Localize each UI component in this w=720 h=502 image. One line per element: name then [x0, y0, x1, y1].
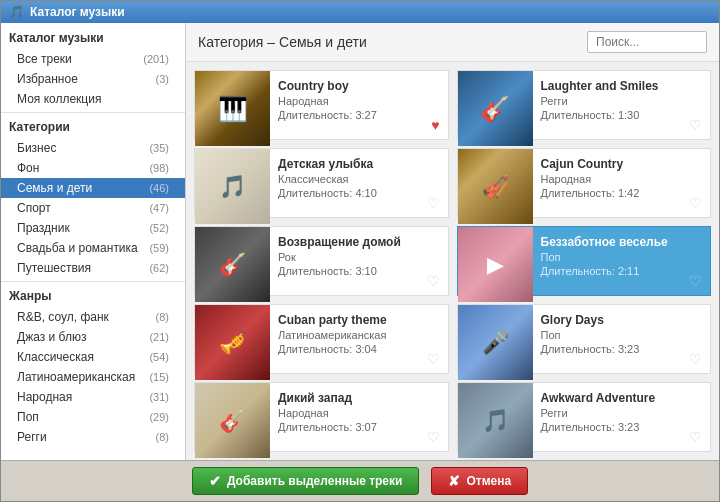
content-area: Каталог музыки Все треки (201) Избранное…	[1, 23, 719, 460]
track-thumbnail	[195, 71, 270, 146]
sidebar-item-count: (62)	[149, 262, 169, 274]
track-thumbnail	[458, 71, 533, 146]
sidebar-item-sport[interactable]: Спорт (47)	[1, 198, 185, 218]
track-duration: Длительность: 4:10	[278, 187, 440, 199]
track-card-return-home[interactable]: Возвращение домой Рок Длительность: 3:10…	[194, 226, 449, 296]
track-title: Cuban party theme	[278, 313, 440, 327]
track-duration: Длительность: 1:42	[541, 187, 703, 199]
sidebar-item-label: Семья и дети	[17, 181, 92, 195]
track-card-carefree[interactable]: Беззаботное веселье Поп Длительность: 2:…	[457, 226, 712, 296]
track-thumbnail	[195, 149, 270, 224]
track-genre: Поп	[541, 329, 703, 341]
track-card-glory-days[interactable]: Glory Days Поп Длительность: 3:23 ♡	[457, 304, 712, 374]
track-title: Дикий запад	[278, 391, 440, 405]
track-genre: Народная	[541, 173, 703, 185]
sidebar-item-label: Свадьба и романтика	[17, 241, 138, 255]
sidebar-item-latin[interactable]: Латиноамериканская (15)	[1, 367, 185, 387]
track-card-awkward-adventure[interactable]: Awkward Adventure Регги Длительность: 3:…	[457, 382, 712, 452]
favorite-icon[interactable]: ♡	[427, 429, 440, 445]
add-tracks-button[interactable]: ✔ Добавить выделенные треки	[192, 467, 420, 495]
sidebar-item-label: Все треки	[17, 52, 72, 66]
sidebar-item-count: (35)	[149, 142, 169, 154]
track-title: Беззаботное веселье	[541, 235, 703, 249]
sidebar-item-travel[interactable]: Путешествия (62)	[1, 258, 185, 278]
sidebar-item-wedding[interactable]: Свадьба и романтика (59)	[1, 238, 185, 258]
track-duration: Длительность: 3:23	[541, 343, 703, 355]
track-genre: Народная	[278, 407, 440, 419]
sidebar-item-label: R&B, соул, фанк	[17, 310, 109, 324]
favorite-icon[interactable]: ♡	[427, 273, 440, 289]
sidebar-item-count: (8)	[156, 431, 169, 443]
cancel-button[interactable]: ✘ Отмена	[431, 467, 528, 495]
track-info: Glory Days Поп Длительность: 3:23 ♡	[533, 305, 711, 373]
sidebar-item-rnb[interactable]: R&B, соул, фанк (8)	[1, 307, 185, 327]
sidebar-section-title-catalog: Каталог музыки	[1, 27, 185, 49]
sidebar-item-holiday[interactable]: Праздник (52)	[1, 218, 185, 238]
window-title-icon: 🎵	[9, 5, 24, 19]
main-header: Категория – Семья и дети	[186, 23, 719, 62]
favorite-icon[interactable]: ♡	[689, 429, 702, 445]
sidebar-item-jazz[interactable]: Джаз и блюз (21)	[1, 327, 185, 347]
checkmark-icon: ✔	[209, 473, 221, 489]
track-thumbnail	[195, 227, 270, 302]
track-duration: Длительность: 3:04	[278, 343, 440, 355]
sidebar-item-label: Бизнес	[17, 141, 56, 155]
sidebar-item-business[interactable]: Бизнес (35)	[1, 138, 185, 158]
sidebar-section-genres: Жанры R&B, соул, фанк (8) Джаз и блюз (2…	[1, 285, 185, 447]
sidebar-item-pop[interactable]: Поп (29)	[1, 407, 185, 427]
search-input[interactable]	[587, 31, 707, 53]
sidebar-item-count: (8)	[156, 311, 169, 323]
track-duration: Длительность: 1:30	[541, 109, 703, 121]
favorite-icon[interactable]: ♡	[689, 117, 702, 133]
sidebar-item-all-tracks[interactable]: Все треки (201)	[1, 49, 185, 69]
track-card-cajun-country[interactable]: Cajun Country Народная Длительность: 1:4…	[457, 148, 712, 218]
sidebar-item-classical[interactable]: Классическая (54)	[1, 347, 185, 367]
sidebar-item-label: Фон	[17, 161, 39, 175]
sidebar-item-favorites[interactable]: Избранное (3)	[1, 69, 185, 89]
sidebar-item-label: Народная	[17, 390, 72, 404]
sidebar-item-label: Поп	[17, 410, 39, 424]
sidebar-item-label: Классическая	[17, 350, 94, 364]
main-panel: Категория – Семья и дети Country boy Нар…	[186, 23, 719, 460]
sidebar-item-label: Джаз и блюз	[17, 330, 86, 344]
sidebar-item-my-collection[interactable]: Моя коллекция	[1, 89, 185, 109]
favorite-icon[interactable]: ♡	[689, 351, 702, 367]
sidebar-item-count: (21)	[149, 331, 169, 343]
sidebar-item-count: (15)	[149, 371, 169, 383]
track-card-wild-west[interactable]: Дикий запад Народная Длительность: 3:07 …	[194, 382, 449, 452]
track-title: Country boy	[278, 79, 440, 93]
track-genre: Регги	[541, 407, 703, 419]
category-label: Категория –	[198, 34, 275, 50]
track-card-laughter-smiles[interactable]: Laughter and Smiles Регги Длительность: …	[457, 70, 712, 140]
favorite-icon[interactable]: ♡	[689, 195, 702, 211]
track-card-child-smile[interactable]: Детская улыбка Классическая Длительность…	[194, 148, 449, 218]
favorite-icon[interactable]: ♡	[689, 273, 702, 289]
track-duration: Длительность: 3:27	[278, 109, 440, 121]
tracks-grid: Country boy Народная Длительность: 3:27 …	[186, 62, 719, 460]
track-info: Laughter and Smiles Регги Длительность: …	[533, 71, 711, 139]
track-card-country-boy[interactable]: Country boy Народная Длительность: 3:27 …	[194, 70, 449, 140]
favorite-icon[interactable]: ♥	[431, 117, 439, 133]
track-thumbnail	[458, 227, 533, 302]
track-title: Возвращение домой	[278, 235, 440, 249]
track-thumbnail	[458, 305, 533, 380]
category-name: Семья и дети	[279, 34, 367, 50]
favorite-icon[interactable]: ♡	[427, 195, 440, 211]
sidebar-item-count: (47)	[149, 202, 169, 214]
track-info: Возвращение домой Рок Длительность: 3:10…	[270, 227, 448, 295]
sidebar-item-count: (52)	[149, 222, 169, 234]
add-button-label: Добавить выделенные треки	[227, 474, 403, 488]
cancel-icon: ✘	[448, 473, 460, 489]
track-info: Awkward Adventure Регги Длительность: 3:…	[533, 383, 711, 451]
sidebar-item-folk[interactable]: Народная (31)	[1, 387, 185, 407]
favorite-icon[interactable]: ♡	[427, 351, 440, 367]
track-thumbnail	[458, 149, 533, 224]
track-duration: Длительность: 3:10	[278, 265, 440, 277]
track-card-cuban-party[interactable]: Cuban party theme Латиноамериканская Дли…	[194, 304, 449, 374]
sidebar-item-reggae[interactable]: Регги (8)	[1, 427, 185, 447]
sidebar-item-background[interactable]: Фон (98)	[1, 158, 185, 178]
sidebar: Каталог музыки Все треки (201) Избранное…	[1, 23, 186, 460]
sidebar-section-catalog: Каталог музыки Все треки (201) Избранное…	[1, 27, 185, 109]
sidebar-item-family[interactable]: Семья и дети (46)	[1, 178, 185, 198]
track-genre: Рок	[278, 251, 440, 263]
